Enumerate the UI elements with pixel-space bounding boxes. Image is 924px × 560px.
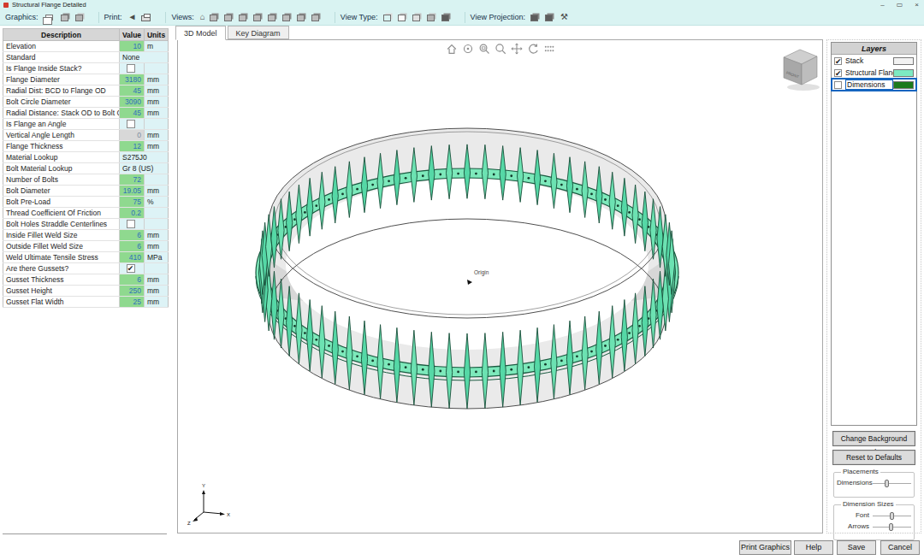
viewport-toolbar (446, 43, 555, 55)
shaded-edges-view-icon[interactable] (427, 15, 435, 21)
flange-3d-model[interactable]: OriginYXZFRONT (178, 40, 822, 533)
cancel-button[interactable]: Cancel (880, 540, 920, 555)
zoom-icon[interactable] (495, 43, 506, 55)
iso-view-6-icon[interactable] (282, 15, 290, 21)
help-button[interactable]: Help (794, 540, 833, 555)
layer-label: Structural Flange (845, 68, 893, 77)
minimize-button[interactable]: – (880, 1, 884, 9)
slider-thumb[interactable] (885, 480, 889, 487)
checkbox-checked[interactable]: ✔ (127, 264, 135, 273)
bolt-hole (510, 174, 512, 177)
save-button[interactable]: Save (837, 540, 876, 555)
checkbox-unchecked[interactable] (127, 64, 135, 73)
iso-view-2-icon[interactable] (224, 15, 232, 21)
slider-thumb[interactable] (890, 512, 894, 520)
pan-icon[interactable] (511, 43, 523, 55)
copy-graphics-icon[interactable] (45, 15, 53, 21)
checkbox-unchecked[interactable] (127, 120, 135, 128)
property-value[interactable]: 0.2 (120, 208, 145, 219)
view-cube-icon[interactable] (61, 15, 68, 21)
property-value[interactable]: S275J0 (120, 152, 169, 163)
toolbar-group-label: View Type: (341, 13, 378, 21)
property-value[interactable]: 45 (120, 108, 145, 119)
table-row: Bolt Pre-Load75% (3, 197, 169, 208)
orthographic-projection-icon[interactable] (530, 15, 538, 21)
property-units: % (145, 197, 169, 208)
property-value[interactable]: 75 (120, 197, 145, 208)
layer-color-swatch[interactable] (893, 81, 914, 89)
property-value[interactable]: None (120, 52, 169, 63)
tools-icon[interactable]: ⚒ (560, 12, 568, 22)
bolt-hole (341, 351, 344, 353)
tab-key-diagram[interactable]: Key Diagram (228, 26, 289, 39)
iso-view-7-icon[interactable] (297, 15, 305, 21)
layer-color-swatch[interactable] (893, 57, 914, 65)
property-units: mm (145, 241, 169, 252)
perspective-projection-icon[interactable] (545, 15, 553, 21)
slider-label: Arrows (837, 522, 873, 530)
property-value[interactable]: 250 (120, 286, 145, 297)
layer-row-structural-flange[interactable]: ✔Structural Flange (832, 67, 916, 79)
property-value[interactable]: 72 (120, 174, 145, 186)
layer-checkbox-unchecked[interactable] (834, 81, 842, 89)
rendered-view-icon[interactable] (441, 15, 449, 21)
shaded-view-icon[interactable] (412, 15, 420, 21)
iso-view-4-icon[interactable] (253, 15, 261, 21)
iso-view-3-icon[interactable] (239, 15, 246, 21)
slider-thumb[interactable] (889, 523, 893, 531)
property-value[interactable]: 12 (120, 141, 145, 152)
property-value[interactable]: 6 (120, 230, 145, 241)
printer-icon[interactable] (141, 15, 151, 21)
change-background-color-button[interactable]: Change Background Color (832, 431, 915, 446)
arrows-slider[interactable] (873, 522, 911, 531)
col-header-units: Units (145, 29, 169, 41)
3d-viewport[interactable]: OriginYXZFRONT (177, 39, 823, 533)
rotate-icon[interactable] (527, 43, 539, 55)
bolt-hole (576, 188, 578, 191)
property-value[interactable]: 10 (120, 41, 145, 52)
property-value[interactable]: 6 (120, 241, 145, 252)
hidden-line-view-icon[interactable] (398, 15, 406, 21)
checkbox-unchecked[interactable] (127, 220, 135, 228)
property-value[interactable]: 3090 (120, 97, 145, 108)
home-icon[interactable] (446, 43, 458, 55)
print-graphics-button[interactable]: Print Graphics (739, 540, 791, 555)
iso-view-1-icon[interactable] (210, 15, 217, 21)
zoom-window-icon[interactable] (478, 43, 490, 55)
property-value[interactable]: 45 (120, 85, 145, 97)
layer-row-dimensions[interactable]: Dimensions (832, 79, 916, 91)
property-value[interactable]: 410 (120, 252, 145, 263)
layer-color-swatch[interactable] (893, 69, 914, 77)
bolt-hole (544, 180, 547, 182)
table-row: Flange Thickness12mm (3, 141, 169, 152)
close-button[interactable]: × (915, 1, 919, 9)
bolt-hole (638, 325, 641, 327)
property-value[interactable]: 6 (120, 274, 145, 286)
dimensions-slider[interactable] (873, 479, 911, 487)
snapshot-icon[interactable] (75, 15, 83, 21)
layer-row-stack[interactable]: ✔Stack (832, 55, 916, 67)
table-row: Gusset Thickness6mm (3, 274, 169, 286)
triad-z-label: Z (187, 521, 191, 526)
font-slider[interactable] (873, 511, 911, 520)
print-preview-icon[interactable]: ◄ (128, 12, 137, 22)
property-value[interactable]: Gr 8 (US) (120, 163, 169, 174)
orbit-icon[interactable] (462, 43, 474, 55)
layer-checkbox-checked[interactable]: ✔ (834, 69, 842, 77)
fit-view-icon[interactable] (543, 43, 555, 55)
tab-3d-model[interactable]: 3D Model (175, 26, 226, 40)
property-units (145, 219, 169, 230)
table-row: Bolt Holes Straddle Centerlines (3, 219, 169, 230)
wireframe-view-icon[interactable] (383, 15, 391, 21)
property-value[interactable]: 19.05 (120, 186, 145, 197)
iso-view-5-icon[interactable] (268, 15, 275, 21)
iso-view-8-icon[interactable] (311, 15, 319, 21)
maximize-button[interactable]: ▭ (897, 1, 903, 9)
property-value[interactable]: 25 (120, 297, 145, 308)
property-value[interactable]: 3180 (120, 74, 145, 85)
bolt-hole (617, 204, 619, 207)
home-view-icon[interactable]: ⌂ (200, 12, 205, 22)
layer-checkbox-checked[interactable]: ✔ (834, 57, 842, 65)
reset-to-defaults-button[interactable]: Reset to Defaults (832, 450, 915, 465)
property-label: Is Flange Inside Stack? (3, 63, 120, 74)
